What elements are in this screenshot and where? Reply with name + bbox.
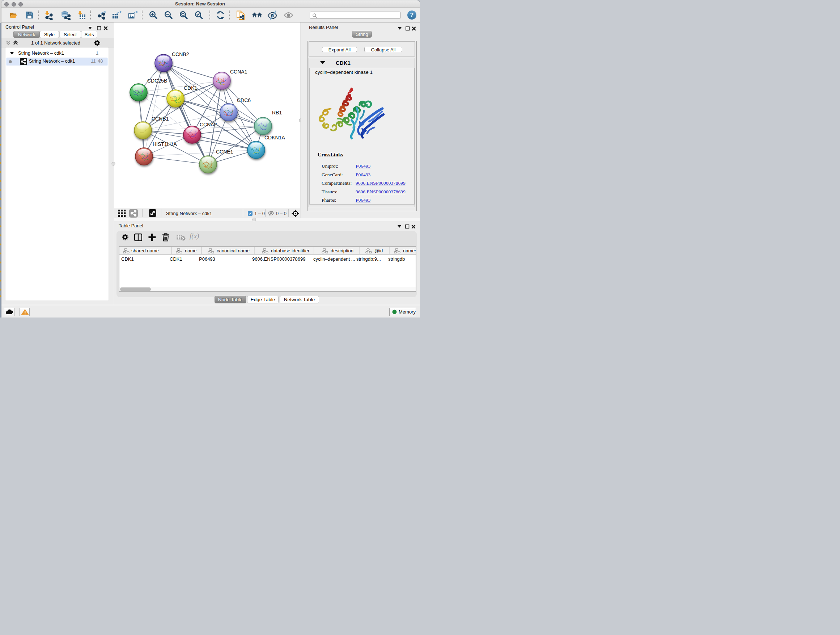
svg-text:shared name: shared name [131, 248, 159, 253]
svg-text:CCNA2: CCNA2 [200, 122, 217, 127]
svg-text:CDKN1A: CDKN1A [264, 135, 285, 141]
svg-text:RB1: RB1 [272, 110, 282, 116]
svg-text:CCNA1: CCNA1 [230, 69, 248, 74]
svg-text:CDC25B: CDC25B [147, 78, 167, 84]
svg-text:HIST1H1A: HIST1H1A [153, 141, 177, 147]
svg-text:CCNB1: CCNB1 [152, 116, 169, 122]
svg-text:CDK1: CDK1 [184, 85, 197, 91]
svg-text:@id: @id [374, 248, 383, 253]
svg-text:CCNE1: CCNE1 [216, 149, 233, 155]
svg-text:CDC6: CDC6 [237, 97, 251, 103]
svg-text:namespac: namespac [403, 248, 416, 253]
svg-text:name: name [185, 248, 197, 253]
svg-text:CCNB2: CCNB2 [172, 51, 189, 57]
svg-text:canonical name: canonical name [217, 248, 249, 253]
svg-text:database identifier: database identifier [271, 248, 309, 253]
svg-text:description: description [331, 248, 354, 253]
